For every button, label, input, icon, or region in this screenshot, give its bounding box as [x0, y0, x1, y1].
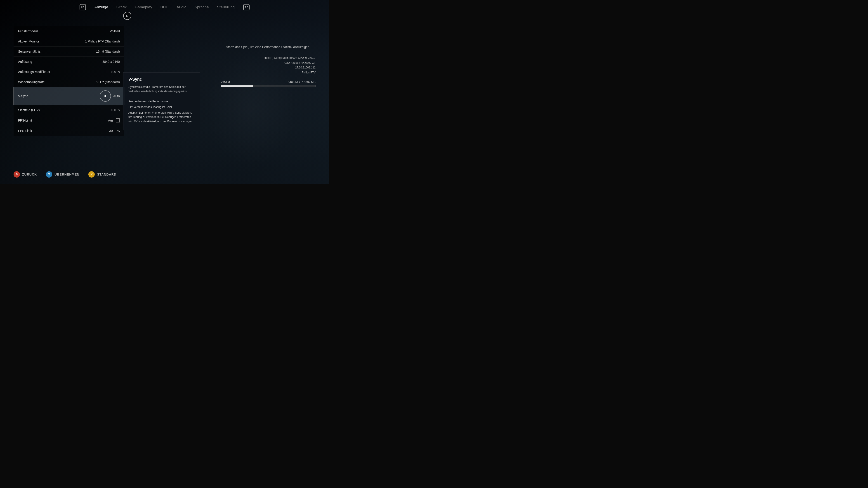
- r-hint-button: R: [123, 12, 131, 20]
- setting-label-seitenverhaeltnis: Seitenverhältnis: [18, 50, 41, 53]
- setting-value-fps-limit-toggle-container: Aus: [108, 119, 120, 123]
- v-sync-dot: [104, 95, 106, 97]
- setting-label-fps-limit-value: FPS-Limit: [18, 129, 32, 133]
- default-button[interactable]: Y STANDARD: [88, 171, 116, 177]
- performance-panel: Starte das Spiel, um eine Performance-St…: [221, 45, 315, 87]
- setting-label-aufloesung: Auflösung: [18, 60, 32, 64]
- vram-header: VRAM 5468 MB / 16082 MB: [221, 80, 315, 84]
- setting-row-aktiver-monitor[interactable]: Aktiver Monitor 1 Philips FTV (Standard): [13, 36, 124, 46]
- setting-row-fps-limit-toggle[interactable]: FPS-Limit Aus: [13, 115, 124, 126]
- setting-row-aufloesung[interactable]: Auflösung 3840 x 2160: [13, 57, 124, 67]
- main-content: LB Anzeige Grafik Gameplay HUD Audio Spr…: [0, 0, 329, 184]
- perf-hint: Starte das Spiel, um eine Performance-St…: [221, 45, 315, 49]
- tab-sprache[interactable]: Sprache: [194, 4, 209, 10]
- tooltip-panel: V-Sync Synchronisiert die Framerate des …: [123, 72, 200, 130]
- vram-section: VRAM 5468 MB / 16082 MB: [221, 80, 315, 87]
- setting-value-wiederholungsrate: 60 Hz (Standard): [96, 80, 120, 84]
- setting-row-seitenverhaeltnis[interactable]: Seitenverhältnis 16 : 9 (Standard): [13, 46, 124, 57]
- v-sync-slider[interactable]: [100, 90, 111, 102]
- setting-value-v-sync-container: Auto: [100, 90, 120, 102]
- tooltip-body: Synchronisiert die Framerate des Spiels …: [128, 85, 195, 124]
- apply-button-label: ÜBERNEHMEN: [55, 173, 79, 176]
- setting-row-fps-limit-value[interactable]: FPS-Limit 30 FPS: [13, 126, 124, 136]
- tab-hud[interactable]: HUD: [160, 4, 169, 10]
- setting-label-v-sync: V-Sync: [18, 94, 28, 98]
- setting-value-aufloesung-modifikator: 100 %: [111, 70, 120, 74]
- vram-bar-background: [221, 85, 315, 87]
- hw-info-cpu: Intel(R) Core(TM) i5-8600K CPU @ 3.60...: [221, 56, 315, 61]
- setting-row-wiederholungsrate[interactable]: Wiederholungsrate 60 Hz (Standard): [13, 77, 124, 87]
- tab-steuerung[interactable]: Steuerung: [217, 4, 235, 10]
- setting-label-wiederholungsrate: Wiederholungsrate: [18, 80, 45, 84]
- setting-value-fenstermodus: Vollbild: [110, 29, 120, 33]
- setting-value-fps-limit-value: 30 FPS: [109, 129, 120, 133]
- setting-label-aktiver-monitor: Aktiver Monitor: [18, 39, 39, 43]
- setting-label-sichtfeld: Sichtfeld (FOV): [18, 108, 40, 112]
- setting-row-fenstermodus[interactable]: Fenstermodus Vollbild: [13, 26, 124, 36]
- top-navigation: LB Anzeige Grafik Gameplay HUD Audio Spr…: [0, 0, 329, 13]
- tab-gameplay[interactable]: Gameplay: [134, 4, 153, 10]
- default-button-label: STANDARD: [97, 173, 116, 176]
- back-button[interactable]: B ZURÜCK: [13, 171, 37, 177]
- fps-limit-checkbox[interactable]: [116, 119, 120, 123]
- x-button-circle: X: [46, 171, 52, 177]
- settings-panel: Fenstermodus Vollbild Aktiver Monitor 1 …: [13, 26, 124, 136]
- setting-value-seitenverhaeltnis: 16 : 9 (Standard): [96, 50, 120, 53]
- setting-value-sichtfeld: 100 %: [111, 108, 120, 112]
- hw-info: Intel(R) Core(TM) i5-8600K CPU @ 3.60...…: [221, 56, 315, 75]
- tooltip-title: V-Sync: [128, 77, 195, 82]
- back-button-label: ZURÜCK: [22, 173, 37, 176]
- setting-value-aufloesung: 3840 x 2160: [102, 60, 120, 64]
- vram-value: 5468 MB / 16082 MB: [288, 80, 315, 84]
- lb-button[interactable]: LB: [80, 4, 86, 10]
- setting-label-fenstermodus: Fenstermodus: [18, 29, 38, 33]
- setting-row-v-sync[interactable]: V-Sync Auto: [13, 87, 124, 105]
- vram-bar-fill: [221, 86, 253, 87]
- vram-label: VRAM: [221, 80, 230, 84]
- hw-info-gpu: AMD Radeon RX 6800 XT: [221, 61, 315, 66]
- b-button-circle: B: [13, 171, 20, 177]
- y-button-circle: Y: [88, 171, 95, 177]
- setting-label-aufloesung-modifikator: Auflösungs-Modifikator: [18, 70, 50, 74]
- setting-value-aktiver-monitor: 1 Philips FTV (Standard): [85, 39, 120, 43]
- bottom-bar: B ZURÜCK X ÜBERNEHMEN Y STANDARD: [13, 171, 116, 177]
- tab-grafik[interactable]: Grafik: [116, 4, 127, 10]
- tab-audio[interactable]: Audio: [176, 4, 187, 10]
- hw-info-monitor: Philips FTV: [221, 70, 315, 75]
- hw-info-driver: 27.20.21002.112: [221, 65, 315, 70]
- fps-limit-toggle-text: Aus: [108, 119, 114, 122]
- rb-button[interactable]: RB: [243, 4, 250, 10]
- setting-label-fps-limit-toggle: FPS-Limit: [18, 119, 32, 122]
- apply-button[interactable]: X ÜBERNEHMEN: [46, 171, 79, 177]
- tab-anzeige[interactable]: Anzeige: [94, 4, 109, 10]
- setting-row-sichtfeld[interactable]: Sichtfeld (FOV) 100 %: [13, 105, 124, 115]
- v-sync-value-text: Auto: [113, 94, 120, 98]
- setting-row-aufloesung-modifikator[interactable]: Auflösungs-Modifikator 100 %: [13, 67, 124, 77]
